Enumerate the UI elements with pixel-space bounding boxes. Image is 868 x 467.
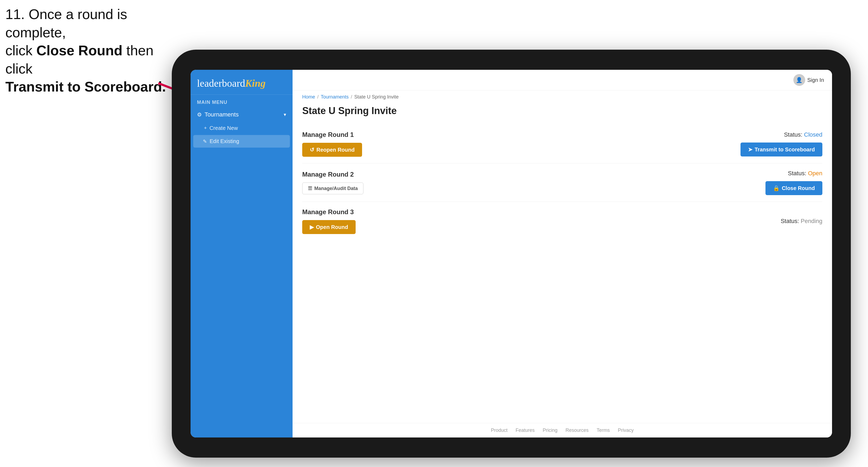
round-3-status: Status: Pending — [781, 218, 823, 225]
instruction-block: 11. Once a round is complete, click Clos… — [5, 5, 172, 96]
open-round-button[interactable]: ▶ Open Round — [302, 220, 355, 234]
close-round-icon: 🔒 — [773, 185, 780, 191]
instruction-bold2: Transmit to Scoreboard. — [5, 79, 166, 94]
round-1-status-value: Closed — [804, 131, 823, 138]
round-3-left: Manage Round 3 ▶ Open Round — [302, 208, 355, 234]
sidebar-item-tournaments-label: Tournaments — [205, 111, 239, 118]
sidebar-item-edit-existing-label: Edit Existing — [210, 138, 239, 145]
footer-privacy[interactable]: Privacy — [618, 428, 634, 433]
edit-existing-icon: ✎ — [203, 138, 207, 145]
round-1-label: Manage Round 1 — [302, 131, 362, 138]
sign-in-label: Sign In — [807, 77, 824, 83]
round-1-status: Status: Closed — [784, 131, 823, 138]
sidebar-item-create-new-label: Create New — [210, 125, 238, 131]
instruction-line2: click — [5, 43, 36, 58]
breadcrumb-tournaments[interactable]: Tournaments — [321, 94, 349, 100]
sidebar-item-create-new[interactable]: + Create New — [191, 122, 292, 134]
close-round-button[interactable]: 🔒 Close Round — [766, 181, 823, 195]
top-bar: 👤 Sign In — [292, 70, 832, 90]
footer-product[interactable]: Product — [491, 428, 507, 433]
round-1-right: Status: Closed ➤ Transmit to Scoreboard — [741, 131, 823, 156]
reopen-round-label: Reopen Round — [316, 147, 354, 153]
round-2-status: Status: Open — [788, 170, 823, 177]
open-round-label: Open Round — [316, 224, 348, 230]
instruction-bold1: Close Round — [36, 43, 123, 58]
round-2-label: Manage Round 2 — [302, 171, 364, 178]
manage-audit-icon: ☰ — [308, 185, 312, 191]
round-1-status-prefix: Status: — [784, 131, 804, 138]
transmit-scoreboard-button[interactable]: ➤ Transmit to Scoreboard — [741, 143, 823, 156]
round-3-right: Status: Pending — [781, 218, 823, 225]
sign-in-button[interactable]: 👤 Sign In — [794, 74, 824, 86]
tablet-screen: leaderboardKing MAIN MENU ⚙ Tournaments … — [191, 70, 832, 437]
create-new-icon: + — [204, 125, 207, 131]
footer-terms[interactable]: Terms — [597, 428, 610, 433]
menu-label: MAIN MENU — [191, 95, 292, 107]
close-round-label: Close Round — [782, 185, 815, 191]
round-2-left: Manage Round 2 ☰ Manage/Audit Data — [302, 171, 364, 194]
round-2-row: Manage Round 2 ☰ Manage/Audit Data Statu… — [302, 163, 823, 202]
avatar-icon: 👤 — [794, 74, 805, 86]
chevron-down-icon: ▾ — [284, 112, 286, 118]
sidebar: leaderboardKing MAIN MENU ⚙ Tournaments … — [191, 70, 292, 437]
round-3-row: Manage Round 3 ▶ Open Round Status: Pend… — [302, 202, 823, 241]
sidebar-item-tournaments[interactable]: ⚙ Tournaments ▾ — [191, 107, 292, 122]
breadcrumb-home[interactable]: Home — [302, 94, 315, 100]
logo: leaderboardKing — [197, 77, 286, 89]
content-area: State U Spring Invite Manage Round 1 ↺ R… — [292, 100, 832, 423]
breadcrumb-sep2: / — [351, 94, 352, 100]
breadcrumb-current: State U Spring Invite — [354, 94, 399, 100]
footer-pricing[interactable]: Pricing — [543, 428, 557, 433]
breadcrumb-sep1: / — [317, 94, 318, 100]
page-title: State U Spring Invite — [302, 105, 823, 117]
round-1-left: Manage Round 1 ↺ Reopen Round — [302, 131, 362, 157]
footer-resources[interactable]: Resources — [565, 428, 589, 433]
instruction-line1: 11. Once a round is complete, — [5, 6, 127, 40]
transmit-icon: ➤ — [748, 146, 752, 153]
logo-king: King — [245, 77, 266, 89]
sidebar-logo: leaderboardKing — [191, 70, 292, 95]
round-3-label: Manage Round 3 — [302, 208, 355, 216]
transmit-label: Transmit to Scoreboard — [755, 147, 815, 153]
logo-leaderboard: leaderboard — [197, 77, 245, 89]
sidebar-item-edit-existing[interactable]: ✎ Edit Existing — [193, 135, 290, 148]
breadcrumb: Home / Tournaments / State U Spring Invi… — [292, 90, 832, 100]
tablet-device: leaderboardKing MAIN MENU ⚙ Tournaments … — [172, 50, 851, 458]
round-2-status-value: Open — [808, 170, 823, 177]
footer-features[interactable]: Features — [516, 428, 535, 433]
open-round-icon: ▶ — [310, 224, 314, 230]
round-1-row: Manage Round 1 ↺ Reopen Round Status: Cl… — [302, 125, 823, 163]
round-2-right: Status: Open 🔒 Close Round — [766, 170, 823, 195]
tournaments-icon: ⚙ — [197, 112, 202, 118]
footer: Product Features Pricing Resources Terms… — [292, 423, 832, 437]
app-layout: leaderboardKing MAIN MENU ⚙ Tournaments … — [191, 70, 832, 437]
round-3-status-value: Pending — [801, 218, 823, 224]
manage-audit-button[interactable]: ☰ Manage/Audit Data — [302, 183, 364, 194]
main-content: 👤 Sign In Home / Tournaments / State U S… — [292, 70, 832, 437]
round-3-status-prefix: Status: — [781, 218, 801, 224]
reopen-round-button[interactable]: ↺ Reopen Round — [302, 143, 362, 157]
round-2-status-prefix: Status: — [788, 170, 808, 177]
manage-audit-label: Manage/Audit Data — [314, 186, 358, 191]
reopen-round-icon: ↺ — [310, 147, 314, 153]
